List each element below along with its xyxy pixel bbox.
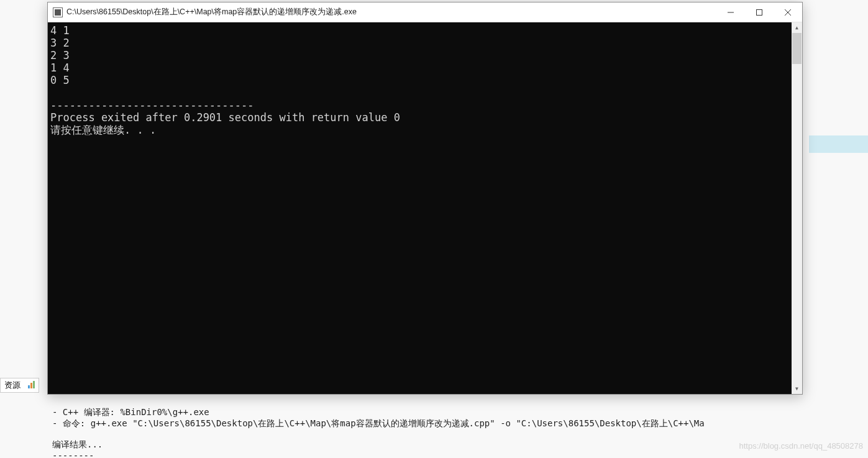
resource-tab[interactable]: 资源 bbox=[1, 378, 24, 392]
chart-tab-icon[interactable] bbox=[24, 380, 39, 392]
watermark-text: https://blog.csdn.net/qq_48508278 bbox=[739, 441, 864, 451]
titlebar[interactable]: C:\Users\86155\Desktop\在路上\C++\Map\将map容… bbox=[48, 2, 802, 22]
compiler-line: - C++ 编译器: %BinDir0%\g++.exe bbox=[52, 407, 209, 417]
console-line: 4 1 bbox=[50, 24, 70, 37]
console-line: 0 5 bbox=[50, 74, 70, 86]
maximize-icon bbox=[756, 9, 762, 16]
close-icon bbox=[785, 9, 791, 16]
scrollbar-thumb[interactable] bbox=[792, 33, 802, 64]
console-output[interactable]: 4 1 3 2 2 3 1 4 0 5 --------------------… bbox=[48, 22, 802, 394]
close-button[interactable] bbox=[774, 2, 802, 22]
console-line: -------------------------------- bbox=[50, 99, 254, 111]
highlight-strip bbox=[809, 135, 868, 153]
compiler-line: -------- bbox=[52, 451, 94, 458]
minimize-button[interactable] bbox=[716, 2, 745, 22]
console-line: 1 4 bbox=[50, 62, 70, 74]
scroll-up-arrow-icon[interactable]: ▲ bbox=[792, 22, 802, 33]
window-title: C:\Users\86155\Desktop\在路上\C++\Map\将map容… bbox=[66, 7, 716, 17]
console-line: 请按任意键继续. . . bbox=[50, 124, 156, 136]
console-window: C:\Users\86155\Desktop\在路上\C++\Map\将map容… bbox=[47, 2, 803, 395]
console-line: 2 3 bbox=[50, 49, 70, 62]
vertical-scrollbar[interactable]: ▲ ▼ bbox=[792, 22, 802, 394]
maximize-button[interactable] bbox=[745, 2, 774, 22]
compiler-line: - 命令: g++.exe "C:\Users\86155\Desktop\在路… bbox=[52, 418, 705, 428]
console-line: Process exited after 0.2901 seconds with… bbox=[50, 111, 400, 124]
app-icon bbox=[53, 7, 63, 17]
window-controls bbox=[716, 2, 802, 22]
compiler-line: 编译结果... bbox=[52, 439, 103, 449]
resource-tab-group: 资源 bbox=[0, 378, 39, 393]
console-line: 3 2 bbox=[50, 37, 70, 49]
minimize-icon bbox=[728, 9, 734, 16]
scroll-down-arrow-icon[interactable]: ▼ bbox=[792, 383, 802, 394]
svg-rect-1 bbox=[757, 9, 762, 15]
bar-chart-icon bbox=[28, 381, 35, 388]
